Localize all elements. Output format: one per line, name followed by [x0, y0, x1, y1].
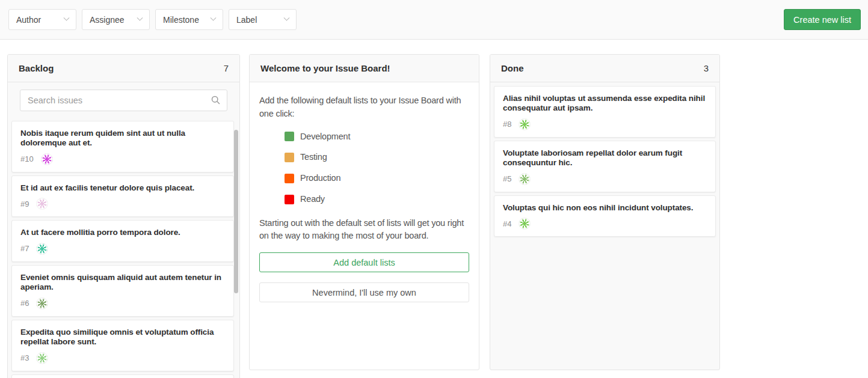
assignee-filter-label: Assignee	[90, 15, 125, 25]
issue-title: At ut facere mollitia porro tempora dolo…	[20, 228, 225, 237]
default-label-production: Production	[285, 172, 469, 185]
issue-number: #3	[20, 353, 29, 362]
welcome-panel-body: Add the following default lists to your …	[250, 82, 479, 314]
search-icon	[211, 96, 220, 105]
backlog-card-list: Nobis itaque rerum quidem sint aut ut nu…	[8, 117, 239, 378]
issue-number: #8	[503, 120, 511, 129]
label-color-swatch	[285, 195, 294, 204]
filter-dropdowns: Author Assignee Milestone Label	[8, 9, 297, 30]
welcome-outro-text: Starting out with the default set of lis…	[259, 217, 469, 243]
issue-title: Expedita quo similique omnis et voluptat…	[20, 328, 225, 347]
chevron-down-icon	[137, 15, 143, 21]
label-name: Testing	[300, 151, 327, 164]
issue-card[interactable]: Voluptate laboriosam repellat dolor earu…	[494, 141, 716, 192]
filter-bar: Author Assignee Milestone Label Create n…	[0, 0, 868, 40]
issue-card[interactable]: At ut facere mollitia porro tempora dolo…	[11, 220, 234, 261]
issue-number: #6	[20, 299, 29, 308]
board-list-done: Done 3 Alias nihil voluptas ut assumenda…	[490, 54, 720, 370]
backlog-scrollbar-thumb[interactable]	[234, 130, 238, 293]
issue-title: Voluptas qui hic non eos nihil incidunt …	[503, 203, 707, 213]
issue-title: Eveniet omnis quisquam aliquid aut autem…	[20, 273, 225, 293]
issue-number: #5	[503, 174, 511, 183]
issue-card[interactable]: Et id aut ex facilis tenetur dolore quis…	[11, 175, 234, 217]
label-color-swatch	[285, 153, 294, 162]
chevron-down-icon	[211, 15, 217, 21]
assignee-avatar[interactable]	[37, 298, 48, 309]
assignee-avatar[interactable]	[37, 243, 48, 254]
done-issue-count: 3	[704, 63, 709, 73]
assignee-avatar[interactable]	[519, 218, 530, 229]
chevron-down-icon	[284, 15, 290, 21]
backlog-list-header: Backlog 7	[8, 55, 239, 82]
label-color-swatch	[285, 174, 294, 183]
issue-card[interactable]: Alias nihil voluptas ut assumenda esse e…	[494, 86, 716, 138]
author-filter-dropdown[interactable]: Author	[8, 9, 76, 30]
issue-number: #4	[503, 219, 511, 228]
done-list-header: Done 3	[490, 55, 719, 82]
issue-number: #9	[20, 200, 29, 209]
default-label-development: Development	[285, 130, 469, 144]
backlog-issue-count: 7	[224, 63, 229, 73]
issue-number: #7	[20, 244, 29, 253]
welcome-panel-title: Welcome to your Issue Board!	[260, 63, 390, 73]
label-filter-dropdown[interactable]: Label	[229, 9, 297, 30]
assignee-avatar[interactable]	[519, 174, 530, 184]
assignee-avatar[interactable]	[37, 353, 48, 364]
issue-card[interactable]: Voluptas qui hic non eos nihil incidunt …	[494, 195, 716, 237]
issue-card[interactable]: Eveniet omnis quisquam aliquid aut autem…	[11, 265, 234, 317]
assignee-filter-dropdown[interactable]: Assignee	[82, 9, 150, 30]
done-card-list: Alias nihil voluptas ut assumenda esse e…	[490, 82, 719, 243]
label-name: Ready	[300, 193, 325, 206]
issue-title: Nobis itaque rerum quidem sint aut ut nu…	[20, 129, 225, 148]
issue-card[interactable]: Nobis itaque rerum quidem sint aut ut nu…	[11, 121, 234, 172]
issue-title: Alias nihil voluptas ut assumenda esse e…	[503, 94, 707, 114]
issue-card-partially-visible[interactable]	[11, 374, 234, 378]
board-list-backlog: Backlog 7 Nobis itaque rerum quidem sint…	[7, 54, 240, 378]
label-filter-label: Label	[236, 15, 257, 25]
author-filter-label: Author	[16, 15, 41, 25]
assignee-avatar[interactable]	[42, 154, 52, 165]
add-default-lists-button[interactable]: Add default lists	[259, 252, 469, 272]
board-welcome-panel: Welcome to your Issue Board! Add the fol…	[249, 54, 479, 370]
issue-number: #10	[20, 154, 34, 163]
default-label-testing: Testing	[285, 151, 469, 164]
welcome-panel-header: Welcome to your Issue Board!	[250, 55, 479, 82]
assignee-avatar[interactable]	[37, 198, 48, 209]
issue-title: Voluptate laboriosam repellat dolor earu…	[503, 148, 707, 168]
label-color-swatch	[285, 132, 294, 141]
default-label-list: Development Testing Production Ready	[259, 130, 469, 206]
backlog-list-title: Backlog	[19, 63, 54, 73]
issue-title: Et id aut ex facilis tenetur dolore quis…	[20, 183, 225, 193]
nevermind-button[interactable]: Nevermind, I'll use my own	[259, 282, 469, 302]
label-name: Production	[300, 172, 340, 185]
milestone-filter-label: Milestone	[163, 15, 199, 25]
label-name: Development	[300, 130, 350, 144]
issue-card[interactable]: Expedita quo similique omnis et voluptat…	[11, 320, 234, 371]
backlog-search-area	[8, 82, 239, 117]
milestone-filter-dropdown[interactable]: Milestone	[155, 9, 223, 30]
welcome-intro-text: Add the following default lists to your …	[259, 94, 469, 121]
assignee-avatar[interactable]	[519, 119, 530, 130]
chevron-down-icon	[64, 15, 70, 21]
create-new-list-button[interactable]: Create new list	[784, 9, 861, 30]
default-label-ready: Ready	[285, 193, 469, 206]
search-issues-input[interactable]	[20, 90, 227, 111]
done-list-title: Done	[501, 63, 524, 73]
